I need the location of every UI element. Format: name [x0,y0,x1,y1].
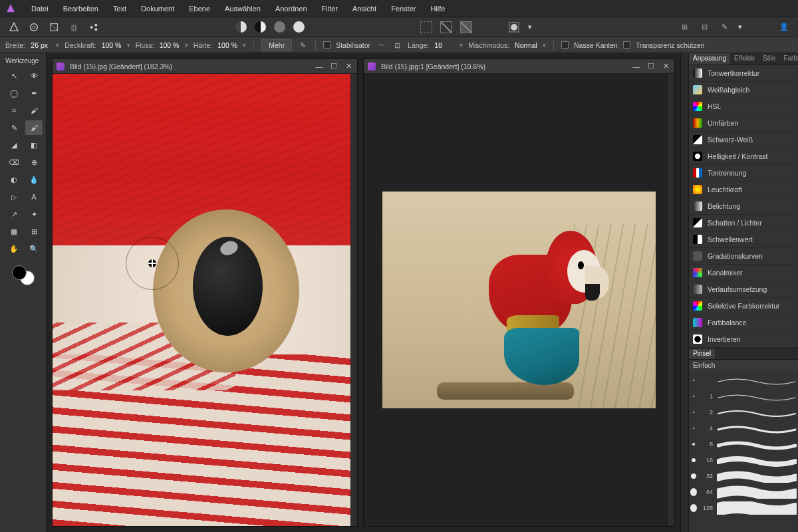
snap-grid2-icon[interactable]: ⊟ [698,21,710,33]
more-button[interactable]: Mehr [261,39,292,51]
paint-brush-icon[interactable]: 🖌 [25,120,43,135]
menu-hilfe[interactable]: Hilfe [423,2,452,15]
selection-marquee-icon[interactable] [420,21,432,33]
tab-stile[interactable]: Stile [759,53,779,65]
quickmask-icon[interactable] [508,21,520,33]
pen-tool-icon[interactable]: ▷ [5,190,23,204]
color-well[interactable] [3,265,43,285]
adjustment-tonwertkorrektur[interactable]: Tonwertkorrektur [689,65,798,82]
foreground-color-swatch[interactable] [12,265,27,280]
freehand-select-icon[interactable]: ✒ [25,86,43,100]
dodge-tool-icon[interactable]: ◐ [5,172,23,187]
tone-map-persona-icon[interactable]: |¦| [68,21,80,33]
node-tool-icon[interactable]: ↗ [5,207,23,221]
eraser-tool-icon[interactable]: ⌫ [5,155,23,170]
grid-tool-icon[interactable]: ⊞ [25,224,43,239]
adjustment-gradationskurven[interactable]: Gradationskurven [689,248,798,265]
adjustment-belichtung[interactable]: Belichtung [689,198,798,215]
adjustment-verlaufsumsetzung[interactable]: Verlaufsumsetzung [689,281,798,298]
adjustment-tontrennung[interactable]: Tontrennung [689,165,798,182]
view-tool-icon[interactable]: 👁 [25,68,43,83]
tab-brushes[interactable]: Pinsel [689,348,715,359]
menu-ansicht[interactable]: Ansicht [345,2,384,15]
opacity-value[interactable]: 100 % [102,41,122,49]
canvas[interactable] [53,74,357,526]
brush-preset[interactable]: 64 [690,484,797,500]
snap-grid-icon[interactable]: ⊞ [678,21,690,33]
rope-stabilizer-icon[interactable]: 〰 [376,40,386,51]
brush-preset[interactable]: 32 [690,468,797,484]
adjustment-kanalmixer[interactable]: Kanalmixer [689,265,798,281]
brush-preset[interactable]: 128 [690,500,797,516]
brush-preset[interactable]: 1 [690,388,797,404]
brush-preset[interactable]: 2 [690,404,797,420]
develop-persona-icon[interactable] [48,21,60,33]
menu-datei[interactable]: Datei [24,2,56,15]
canvas[interactable] [364,74,674,526]
adjustment-schwarz-wei-[interactable]: Schwarz-Weiß [689,132,798,148]
minimize-button[interactable]: — [632,62,641,71]
adjustment-leuchtkraft[interactable]: Leuchtkraft [689,182,798,198]
fill-tool-icon[interactable]: ◢ [5,138,23,152]
brush-preset[interactable] [690,372,797,388]
photo-persona-icon[interactable] [8,21,20,33]
menu-fenster[interactable]: Fenster [384,2,423,15]
maximize-button[interactable]: ☐ [329,62,338,71]
adjustment-hsl[interactable]: HSL [689,98,798,115]
text-tool-icon[interactable]: A [25,190,43,204]
marquee-tool-icon[interactable]: ◯ [5,86,23,100]
channel-toggle3-icon[interactable] [274,21,285,33]
export-persona-icon[interactable] [88,21,100,33]
zoom-tool-icon[interactable]: 🔍 [25,241,43,256]
brush-category[interactable]: Einfach [689,360,798,371]
menu-bearbeiten[interactable]: Bearbeiten [56,2,106,15]
adjustment-schatten-lichter[interactable]: Schatten / Lichter [689,215,798,231]
adjustment-helligkeit-kontrast[interactable]: Helligkeit / Kontrast [689,148,798,165]
flow-value[interactable]: 100 % [160,41,180,49]
selection-brush-icon[interactable]: 🖌 [25,103,43,118]
account-icon[interactable]: 👤 [778,21,790,33]
liquify-persona-icon[interactable] [28,21,40,33]
adjustment-invertieren[interactable]: Invertieren [689,331,798,348]
flood-select-icon[interactable]: ✎ [5,120,23,135]
vertical-scrollbar[interactable] [350,74,357,526]
width-value[interactable]: 26 px [31,41,51,49]
document-titlebar[interactable]: Bild (15).jpg [Geändert] (182.3%) — ☐ ✕ [53,59,357,74]
brush-preset[interactable]: 4 [690,420,797,436]
stabilizer-checkbox[interactable] [323,41,331,49]
menu-auswählen[interactable]: Auswählen [217,2,268,15]
vertical-scrollbar[interactable] [668,74,674,526]
menu-filter[interactable]: Filter [315,2,345,15]
close-button[interactable]: ✕ [344,62,353,71]
wet-edges-checkbox[interactable] [561,41,569,49]
clone-tool-icon[interactable]: ⊕ [25,155,43,170]
close-button[interactable]: ✕ [661,62,670,71]
brush-preset[interactable]: 16 [690,452,797,468]
length-value[interactable]: 18 [434,41,454,49]
document-titlebar[interactable]: Bild (15).jpg:1 [Geändert] (10.6%) — ☐ ✕ [364,59,674,74]
channel-toggle-icon[interactable] [235,21,247,33]
channel-toggle4-icon[interactable] [293,21,305,33]
gradient-tool-icon[interactable]: ◧ [25,138,43,152]
mesh-tool-icon[interactable]: ▦ [5,224,23,239]
menu-dokument[interactable]: Dokument [134,2,182,15]
menu-text[interactable]: Text [106,2,134,15]
tab-farbfelder[interactable]: Farbfelder [779,53,798,65]
window-stabilizer-icon[interactable]: ⊡ [392,40,402,51]
adjustment-selektive-farbkorrektur[interactable]: Selektive Farbkorrektur [689,298,798,315]
menu-ebene[interactable]: Ebene [182,2,217,15]
adjustment-schwellenwert[interactable]: Schwellenwert [689,231,798,248]
selection-line-icon[interactable] [440,21,452,33]
blur-tool-icon[interactable]: 💧 [25,172,43,187]
tab-anpassung[interactable]: Anpassung [689,53,730,65]
shape-tool-icon[interactable]: ✦ [25,207,43,221]
menu-anordnen[interactable]: Anordnen [268,2,315,15]
adjustment-wei-abgleich[interactable]: Weißabgleich [689,82,798,98]
assistant-icon[interactable]: ✎ [718,21,730,33]
blendmode-value[interactable]: Normal [515,41,537,49]
dropdown-caret-icon[interactable]: ▾ [738,23,742,31]
adjustment-umf-rben[interactable]: Umfärben [689,115,798,132]
tab-effekte[interactable]: Effekte [730,53,759,65]
maximize-button[interactable]: ☐ [646,62,656,71]
adjustment-farbbalance[interactable]: Farbbalance [689,315,798,331]
